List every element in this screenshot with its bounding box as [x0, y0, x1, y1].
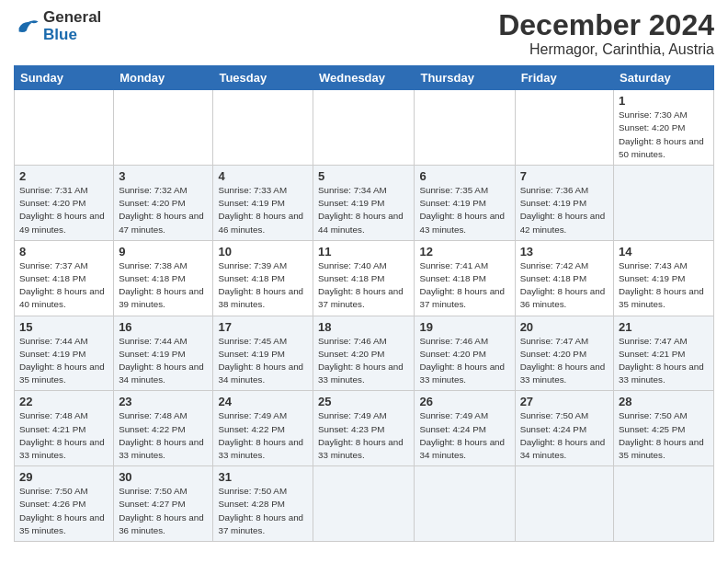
- day-info: Sunrise: 7:32 AM Sunset: 4:20 PM Dayligh…: [119, 184, 208, 236]
- day-number: 6: [419, 169, 509, 183]
- day-number: 20: [520, 320, 609, 334]
- table-row: 15 Sunrise: 7:44 AM Sunset: 4:19 PM Dayl…: [15, 316, 114, 391]
- table-row: 11 Sunrise: 7:40 AM Sunset: 4:18 PM Dayl…: [313, 240, 415, 316]
- logo-icon: [14, 14, 40, 40]
- day-number: 15: [19, 320, 108, 334]
- day-number: 13: [520, 245, 609, 259]
- day-info: Sunrise: 7:38 AM Sunset: 4:18 PM Dayligh…: [119, 259, 208, 312]
- empty-cell: [515, 90, 613, 166]
- table-row: 2 Sunrise: 7:31 AM Sunset: 4:20 PM Dayli…: [15, 166, 114, 241]
- day-info: Sunrise: 7:36 AM Sunset: 4:19 PM Dayligh…: [520, 184, 609, 236]
- header-tuesday: Tuesday: [213, 66, 313, 90]
- table-row: 10 Sunrise: 7:39 AM Sunset: 4:18 PM Dayl…: [213, 240, 313, 316]
- logo-blue: Blue: [43, 26, 77, 43]
- day-number: 24: [218, 395, 308, 408]
- header-wednesday: Wednesday: [313, 66, 415, 90]
- table-row: 28 Sunrise: 7:50 AM Sunset: 4:25 PM Dayl…: [614, 391, 714, 466]
- table-row: 23 Sunrise: 7:48 AM Sunset: 4:22 PM Dayl…: [114, 391, 213, 466]
- day-number: 7: [520, 169, 609, 183]
- day-info: Sunrise: 7:31 AM Sunset: 4:20 PM Dayligh…: [19, 184, 108, 236]
- day-info: Sunrise: 7:39 AM Sunset: 4:18 PM Dayligh…: [218, 259, 308, 312]
- calendar-header-row: Sunday Monday Tuesday Wednesday Thursday…: [15, 66, 714, 90]
- day-info: Sunrise: 7:50 AM Sunset: 4:26 PM Dayligh…: [19, 485, 108, 537]
- table-row: 31 Sunrise: 7:50 AM Sunset: 4:28 PM Dayl…: [213, 466, 313, 542]
- empty-cell: [213, 90, 313, 166]
- day-number: 28: [619, 395, 709, 408]
- table-row: 16 Sunrise: 7:44 AM Sunset: 4:19 PM Dayl…: [114, 316, 213, 391]
- week-row-5: 22 Sunrise: 7:48 AM Sunset: 4:21 PM Dayl…: [15, 391, 714, 466]
- header-thursday: Thursday: [415, 66, 515, 90]
- day-info: Sunrise: 7:46 AM Sunset: 4:20 PM Dayligh…: [419, 335, 509, 387]
- table-row: 17 Sunrise: 7:45 AM Sunset: 4:19 PM Dayl…: [213, 316, 313, 391]
- table-row: 20 Sunrise: 7:47 AM Sunset: 4:20 PM Dayl…: [515, 316, 613, 391]
- day-number: 17: [218, 320, 308, 334]
- week-row-3: 8 Sunrise: 7:37 AM Sunset: 4:18 PM Dayli…: [15, 240, 714, 316]
- week-row-1: 1 Sunrise: 7:30 AM Sunset: 4:20 PM Dayli…: [15, 90, 714, 166]
- day-number: 1: [619, 94, 709, 108]
- day-info: Sunrise: 7:40 AM Sunset: 4:18 PM Dayligh…: [318, 259, 409, 312]
- table-row: 18 Sunrise: 7:46 AM Sunset: 4:20 PM Dayl…: [313, 316, 415, 391]
- table-row: 24 Sunrise: 7:49 AM Sunset: 4:22 PM Dayl…: [213, 391, 313, 466]
- day-info: Sunrise: 7:30 AM Sunset: 4:20 PM Dayligh…: [619, 109, 709, 161]
- logo: General Blue: [14, 9, 101, 43]
- table-row: 4 Sunrise: 7:33 AM Sunset: 4:19 PM Dayli…: [213, 166, 313, 241]
- day-number: 9: [119, 245, 208, 259]
- table-row: 8 Sunrise: 7:37 AM Sunset: 4:18 PM Dayli…: [15, 240, 114, 316]
- calendar-table: Sunday Monday Tuesday Wednesday Thursday…: [14, 65, 714, 542]
- empty-cell: [415, 90, 515, 166]
- day-number: 19: [419, 320, 509, 334]
- day-info: Sunrise: 7:47 AM Sunset: 4:20 PM Dayligh…: [520, 335, 609, 387]
- day-number: 8: [19, 245, 108, 259]
- table-row: 3 Sunrise: 7:32 AM Sunset: 4:20 PM Dayli…: [114, 166, 213, 241]
- day-info: Sunrise: 7:43 AM Sunset: 4:19 PM Dayligh…: [619, 259, 709, 312]
- calendar-page: General Blue December 2024 Hermagor, Car…: [0, 0, 728, 563]
- day-number: 11: [318, 245, 409, 259]
- day-number: 27: [520, 395, 609, 408]
- table-row: 14 Sunrise: 7:43 AM Sunset: 4:19 PM Dayl…: [614, 240, 714, 316]
- empty-cell: [614, 166, 714, 241]
- empty-cell: [614, 466, 714, 542]
- logo-text: General Blue: [43, 9, 101, 43]
- header-friday: Friday: [515, 66, 613, 90]
- empty-cell: [515, 466, 613, 542]
- table-row: 30 Sunrise: 7:50 AM Sunset: 4:27 PM Dayl…: [114, 466, 213, 542]
- day-info: Sunrise: 7:50 AM Sunset: 4:24 PM Dayligh…: [520, 409, 609, 462]
- day-number: 22: [19, 395, 108, 408]
- day-number: 10: [218, 245, 308, 259]
- day-info: Sunrise: 7:50 AM Sunset: 4:25 PM Dayligh…: [619, 409, 709, 462]
- logo-general: General: [43, 8, 101, 26]
- day-info: Sunrise: 7:50 AM Sunset: 4:28 PM Dayligh…: [218, 485, 308, 537]
- day-info: Sunrise: 7:49 AM Sunset: 4:24 PM Dayligh…: [419, 409, 509, 462]
- day-info: Sunrise: 7:48 AM Sunset: 4:22 PM Dayligh…: [119, 409, 208, 462]
- day-number: 18: [318, 320, 409, 334]
- table-row: 9 Sunrise: 7:38 AM Sunset: 4:18 PM Dayli…: [114, 240, 213, 316]
- day-info: Sunrise: 7:41 AM Sunset: 4:18 PM Dayligh…: [419, 259, 509, 312]
- empty-cell: [415, 466, 515, 542]
- day-number: 12: [419, 245, 509, 259]
- table-row: 13 Sunrise: 7:42 AM Sunset: 4:18 PM Dayl…: [515, 240, 613, 316]
- table-row: 21 Sunrise: 7:47 AM Sunset: 4:21 PM Dayl…: [614, 316, 714, 391]
- day-number: 14: [619, 245, 709, 259]
- day-number: 16: [119, 320, 208, 334]
- day-number: 3: [119, 169, 208, 183]
- day-number: 31: [218, 470, 308, 484]
- table-row: 12 Sunrise: 7:41 AM Sunset: 4:18 PM Dayl…: [415, 240, 515, 316]
- day-info: Sunrise: 7:42 AM Sunset: 4:18 PM Dayligh…: [520, 259, 609, 312]
- empty-cell: [313, 466, 415, 542]
- day-number: 29: [19, 470, 108, 484]
- empty-cell: [114, 90, 213, 166]
- day-number: 25: [318, 395, 409, 408]
- day-number: 21: [619, 320, 709, 334]
- header-saturday: Saturday: [614, 66, 714, 90]
- table-row: 22 Sunrise: 7:48 AM Sunset: 4:21 PM Dayl…: [15, 391, 114, 466]
- day-info: Sunrise: 7:44 AM Sunset: 4:19 PM Dayligh…: [119, 335, 208, 387]
- day-info: Sunrise: 7:34 AM Sunset: 4:19 PM Dayligh…: [318, 184, 409, 236]
- day-info: Sunrise: 7:35 AM Sunset: 4:19 PM Dayligh…: [419, 184, 509, 236]
- day-number: 5: [318, 169, 409, 183]
- header: General Blue December 2024 Hermagor, Car…: [14, 9, 714, 58]
- table-row: 29 Sunrise: 7:50 AM Sunset: 4:26 PM Dayl…: [15, 466, 114, 542]
- day-info: Sunrise: 7:49 AM Sunset: 4:22 PM Dayligh…: [218, 409, 308, 462]
- day-info: Sunrise: 7:47 AM Sunset: 4:21 PM Dayligh…: [619, 335, 709, 387]
- day-number: 30: [119, 470, 208, 484]
- day-number: 4: [218, 169, 308, 183]
